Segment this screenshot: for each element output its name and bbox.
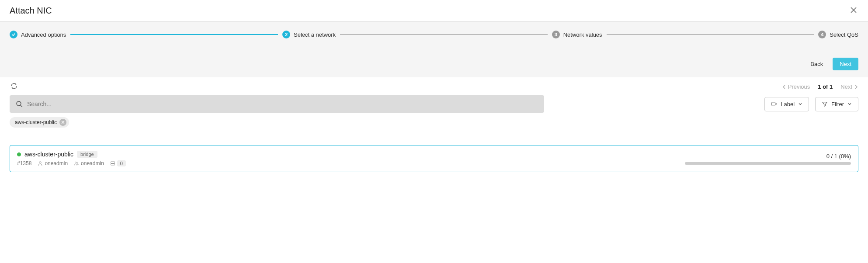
user-icon [38, 161, 43, 166]
svg-rect-5 [111, 164, 115, 166]
status-dot [17, 152, 21, 156]
close-icon [851, 7, 857, 13]
pager-next[interactable]: Next [840, 83, 858, 90]
close-button[interactable] [849, 5, 858, 16]
check-icon [11, 32, 16, 37]
search-icon [16, 100, 23, 107]
pager: Previous 1 of 1 Next [782, 83, 858, 90]
svg-point-0 [17, 101, 21, 106]
wizard-panel: Advanced options 2 Select a network 3 Ne… [0, 22, 868, 77]
svg-rect-4 [111, 162, 115, 163]
step-select-network[interactable]: 2 Select a network [282, 31, 336, 38]
filter-dropdown[interactable]: Filter [815, 97, 858, 111]
next-button[interactable]: Next [833, 58, 858, 70]
step-select-qos[interactable]: 4 Select QoS [818, 31, 858, 38]
step-network-values[interactable]: 3 Network values [552, 31, 602, 38]
network-group: oneadmin [74, 160, 104, 166]
refresh-button[interactable] [10, 82, 18, 92]
step-label: Select QoS [830, 31, 858, 38]
pager-info: 1 of 1 [818, 83, 833, 90]
network-owner: oneadmin [38, 160, 68, 166]
chevron-right-icon [854, 85, 858, 89]
step-connector [340, 34, 548, 35]
network-lease-count: 0 [110, 160, 126, 166]
step-label: Network values [563, 31, 602, 38]
step-indicator-pending: 4 [818, 31, 826, 38]
usage-text: 0 / 1 (0%) [826, 153, 851, 159]
svg-point-1 [39, 162, 41, 163]
step-indicator-done [10, 31, 17, 38]
chevron-left-icon [782, 85, 786, 89]
filter-chip: aws-cluster-public [10, 117, 69, 128]
step-indicator-active: 2 [282, 31, 290, 38]
step-connector [70, 34, 278, 35]
usage-bar [685, 162, 851, 165]
filter-icon [822, 101, 828, 107]
network-id: #1358 [17, 160, 31, 166]
network-card[interactable]: aws-cluster-public bridge #1358 oneadmin… [10, 145, 858, 172]
page-title: Attach NIC [10, 6, 52, 16]
network-name: aws-cluster-public [24, 151, 73, 158]
chevron-down-icon [798, 102, 802, 106]
search-box[interactable] [10, 95, 544, 113]
step-advanced-options[interactable]: Advanced options [10, 31, 66, 38]
step-indicator-pending: 3 [552, 31, 560, 38]
svg-point-3 [77, 162, 78, 163]
label-dropdown[interactable]: Label [764, 97, 809, 111]
svg-point-2 [75, 162, 76, 163]
tag-icon [771, 101, 777, 107]
step-connector [607, 34, 814, 35]
search-input[interactable] [27, 100, 538, 107]
stepper: Advanced options 2 Select a network 3 Ne… [10, 31, 858, 38]
network-type-badge: bridge [77, 151, 97, 158]
server-icon [110, 161, 115, 166]
step-label: Advanced options [21, 31, 66, 38]
users-icon [74, 161, 79, 166]
chip-label: aws-cluster-public [15, 119, 57, 125]
chip-remove-button[interactable] [59, 119, 66, 126]
step-label: Select a network [294, 31, 336, 38]
close-icon [61, 121, 65, 124]
pager-previous[interactable]: Previous [782, 83, 810, 90]
refresh-icon [10, 83, 17, 90]
chevron-down-icon [847, 102, 852, 106]
back-button[interactable]: Back [806, 58, 827, 70]
